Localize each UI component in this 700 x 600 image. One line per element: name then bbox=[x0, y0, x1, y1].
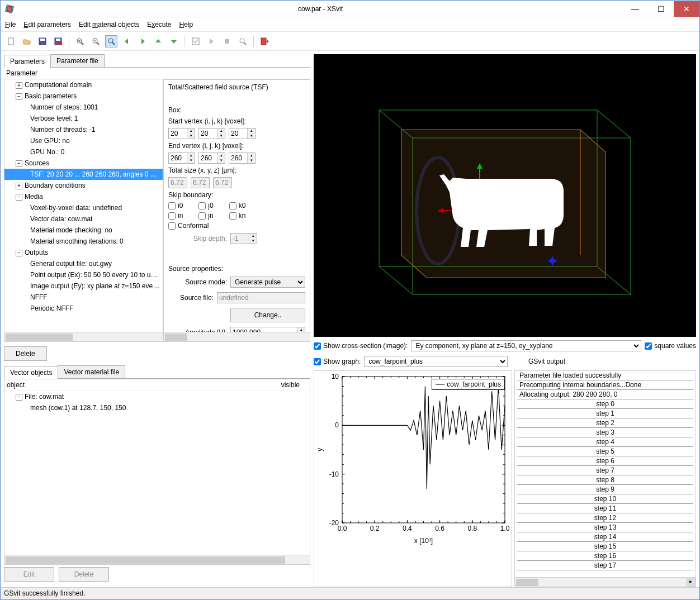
skip-depth-label: Skip depth: bbox=[168, 235, 227, 242]
skip-kn[interactable]: kn bbox=[229, 212, 246, 220]
tree-hscroll[interactable] bbox=[4, 332, 163, 342]
graph-legend: cow_farpoint_plus bbox=[432, 379, 505, 390]
svg-text:0.0: 0.0 bbox=[338, 525, 347, 532]
vector-object-tree[interactable]: objectvisible −File: cow.mat mesh (cow.1… bbox=[4, 379, 310, 555]
tree-smooth[interactable]: Material smoothing iterations: 0 bbox=[4, 236, 163, 247]
output-step: step 1 bbox=[517, 409, 693, 418]
amplitude-label: Amplitude [V]: bbox=[168, 328, 227, 332]
arrow-left-icon[interactable] bbox=[121, 35, 133, 47]
maximize-button[interactable]: ☐ bbox=[648, 1, 674, 17]
tree-pointout[interactable]: Point output (Ex): 50 50 50 every 10 to … bbox=[4, 269, 163, 280]
zoom-fit-icon[interactable] bbox=[105, 35, 117, 47]
3d-viewport[interactable] bbox=[314, 54, 696, 337]
menu-edit-material[interactable]: Edit material objects bbox=[79, 21, 139, 28]
save-material-icon[interactable] bbox=[52, 35, 64, 47]
delete-parameter-button[interactable]: Delete bbox=[4, 346, 47, 361]
close-button[interactable]: ✕ bbox=[674, 1, 699, 17]
start-i-input[interactable]: ▴▾ bbox=[168, 128, 195, 139]
output-step: step 15 bbox=[517, 542, 693, 551]
menu-file[interactable]: File bbox=[5, 21, 16, 28]
exit-icon[interactable] bbox=[258, 35, 271, 47]
tab-vector-objects[interactable]: Vector objects bbox=[4, 366, 58, 379]
tree-gpu[interactable]: Use GPU: no bbox=[4, 135, 163, 146]
save-icon[interactable] bbox=[36, 35, 49, 47]
svg-text:-10: -10 bbox=[329, 470, 339, 478]
file-cow-mat[interactable]: −File: cow.mat bbox=[4, 391, 310, 402]
minimize-button[interactable]: — bbox=[622, 1, 648, 17]
delete-object-button[interactable]: Delete bbox=[59, 567, 109, 582]
mesh-cow[interactable]: mesh (cow.1) at 128.7, 150, 150 bbox=[4, 402, 310, 413]
change-button[interactable]: Change.. bbox=[230, 308, 305, 322]
tree-gpuno[interactable]: GPU No.: 0 bbox=[4, 146, 163, 158]
output-line: Precomputing internal boundaries...Done bbox=[517, 380, 693, 390]
menu-edit-parameters[interactable]: Edit parameters bbox=[23, 21, 71, 28]
tree-pnfff[interactable]: Periodic NFFF bbox=[4, 303, 163, 314]
gwyddion-icon[interactable] bbox=[237, 35, 249, 47]
zoom-out-icon[interactable] bbox=[89, 35, 102, 47]
tree-boundary[interactable]: +Boundary conditions bbox=[4, 180, 163, 191]
tree-computational-domain[interactable]: +Computational domain bbox=[4, 79, 163, 91]
tree-media[interactable]: −Media bbox=[4, 191, 163, 202]
props-hscroll[interactable] bbox=[163, 332, 310, 342]
parameter-tree[interactable]: +Computational domain −Basic parameters … bbox=[4, 79, 163, 332]
tree-matcheck[interactable]: Material mode checking: no bbox=[4, 225, 163, 236]
tree-verbose[interactable]: Verbose level: 1 bbox=[4, 113, 163, 124]
tree-nfff[interactable]: NFFF bbox=[4, 292, 163, 303]
output-step: step 0 bbox=[517, 399, 693, 409]
tree-steps[interactable]: Number of steps: 1001 bbox=[4, 102, 163, 113]
end-j-input[interactable]: ▴▾ bbox=[198, 153, 225, 164]
skip-k0[interactable]: k0 bbox=[229, 202, 246, 209]
check-icon[interactable] bbox=[190, 35, 202, 47]
tree-outputs[interactable]: −Outputs bbox=[4, 247, 163, 258]
end-vertex-label: End vertex (i, j, k) [voxel]: bbox=[164, 140, 310, 151]
show-cross-section-check[interactable]: Show cross-section (image): bbox=[314, 342, 408, 350]
tab-parameter-file[interactable]: Parameter file bbox=[50, 54, 105, 67]
stop-icon[interactable] bbox=[221, 35, 233, 47]
toolbar bbox=[1, 32, 699, 51]
end-k-input[interactable]: ▴▾ bbox=[229, 153, 256, 164]
tab-parameters[interactable]: Parameters bbox=[4, 55, 51, 68]
square-values-check[interactable]: square values bbox=[645, 342, 696, 350]
source-mode-select[interactable]: Generate pulse bbox=[230, 277, 305, 288]
tree-genout[interactable]: General output file: out.gwy bbox=[4, 258, 163, 269]
arrow-down-icon[interactable] bbox=[168, 35, 180, 47]
arrow-up-icon[interactable] bbox=[152, 35, 164, 47]
zoom-in-icon[interactable] bbox=[74, 35, 86, 47]
conformal-check[interactable]: Conformal bbox=[168, 222, 209, 230]
edit-object-button[interactable]: Edit bbox=[4, 567, 54, 582]
tree-tsf-source[interactable]: TSF: 20 20 20 ... 260 260 260, angles 0 … bbox=[4, 169, 163, 180]
tree-vector[interactable]: Vector data: cow.mat bbox=[4, 213, 163, 225]
start-k-input[interactable]: ▴▾ bbox=[229, 128, 256, 139]
start-j-input[interactable]: ▴▾ bbox=[198, 128, 225, 139]
tree-imgout[interactable]: Image output (Ey): xy plane at z=150 eve… bbox=[4, 280, 163, 292]
arrow-right-icon[interactable] bbox=[136, 35, 149, 47]
tree-sources[interactable]: −Sources bbox=[4, 158, 163, 169]
end-i-input[interactable]: ▴▾ bbox=[168, 153, 195, 164]
output-log[interactable]: Parameter file loaded successfullyPrecom… bbox=[514, 370, 696, 578]
skip-j0[interactable]: j0 bbox=[198, 202, 213, 209]
skip-in[interactable]: in bbox=[168, 212, 183, 220]
box-label: Box: bbox=[164, 104, 310, 116]
svg-line-11 bbox=[81, 42, 83, 45]
output-hscroll[interactable]: ▸ bbox=[514, 578, 696, 587]
svg-text:0: 0 bbox=[335, 421, 339, 429]
tab-vector-material-file[interactable]: Vector material file bbox=[58, 365, 125, 378]
svg-point-17 bbox=[108, 39, 113, 43]
open-icon[interactable] bbox=[21, 35, 33, 47]
tree-threads[interactable]: Number of threads: -1 bbox=[4, 124, 163, 135]
tree-basic-parameters[interactable]: −Basic parameters bbox=[4, 91, 163, 102]
cross-section-select[interactable]: Ey component, xy plane at z=150, ey_xypl… bbox=[411, 340, 641, 351]
new-icon[interactable] bbox=[5, 35, 17, 47]
vobj-hscroll[interactable] bbox=[4, 555, 310, 565]
tree-voxel[interactable]: Voxel-by-voxel data: undefined bbox=[4, 202, 163, 213]
amplitude-input[interactable]: ▴▾ bbox=[230, 327, 305, 332]
skip-i0[interactable]: i0 bbox=[168, 202, 183, 209]
skip-jn[interactable]: jn bbox=[198, 212, 213, 220]
menu-execute[interactable]: Execute bbox=[147, 21, 171, 28]
show-graph-check[interactable]: Show graph: bbox=[314, 358, 361, 365]
output-step: step 4 bbox=[517, 437, 693, 447]
menu-help[interactable]: Help bbox=[179, 21, 193, 28]
graph-select[interactable]: cow_farpoint_plus bbox=[364, 356, 508, 367]
app-icon bbox=[5, 4, 14, 13]
play-icon[interactable] bbox=[205, 35, 217, 47]
